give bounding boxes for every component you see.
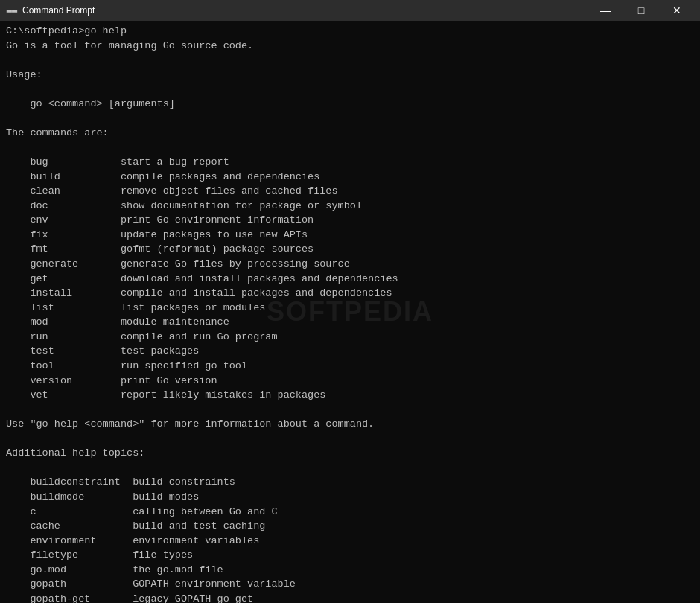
title-bar-left: ▬▬ Command Prompt [6, 4, 95, 16]
window-title: Command Prompt [22, 5, 95, 16]
close-button[interactable]: ✕ [660, 0, 694, 21]
terminal-content: C:\softpedia>go help Go is a tool for ma… [6, 24, 694, 603]
window: ▬▬ Command Prompt — □ ✕ SOFTPEDIA C:\sof… [0, 0, 700, 603]
terminal[interactable]: SOFTPEDIA C:\softpedia>go help Go is a t… [0, 21, 700, 603]
cmd-icon: ▬▬ [6, 4, 18, 16]
minimize-button[interactable]: — [588, 0, 623, 21]
title-bar: ▬▬ Command Prompt — □ ✕ [0, 0, 700, 21]
window-controls: — □ ✕ [588, 0, 694, 21]
maximize-button[interactable]: □ [624, 0, 658, 21]
